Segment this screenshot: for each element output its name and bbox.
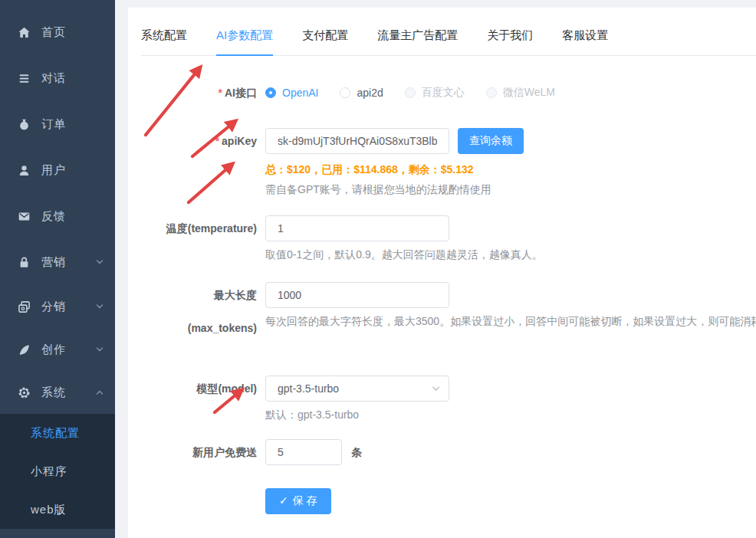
ai-params-form: *AI接口 OpenAI api2d <box>128 56 756 514</box>
sidebar-item-label: 分销 <box>41 300 95 314</box>
model-hint-text: 默认：gpt-3.5-turbo <box>265 408 756 422</box>
form-row-model: 模型(model) gpt-3.5-turbo 默认：gpt-3.5-turbo <box>134 376 756 422</box>
field-label: *apiKey <box>134 128 257 197</box>
field-label: 新用户免费送 <box>134 439 257 465</box>
apikey-note-text: 需自备GPT账号，请根据您当地的法规酌情使用 <box>265 183 756 197</box>
tab-payment-config[interactable]: 支付配置 <box>302 28 348 55</box>
balance-status-text: 总：$120，已用：$114.868，剩余：$5.132 <box>265 163 756 177</box>
radio-openai[interactable]: OpenAI <box>265 87 318 99</box>
radio-disabled-icon <box>405 87 416 98</box>
model-select-value: gpt-3.5-turbo <box>278 382 339 395</box>
chevron-down-icon <box>95 302 104 311</box>
sidebar-item-creation[interactable]: 创作 <box>0 328 115 371</box>
form-row-free-quota: 新用户免费送 条 <box>134 439 756 465</box>
radio-api2d[interactable]: api2d <box>340 87 383 99</box>
save-button[interactable]: ✓保 存 <box>265 488 331 514</box>
sidebar-item-label: 对话 <box>41 71 104 86</box>
required-mark: * <box>215 135 219 147</box>
check-icon: ✓ <box>279 494 288 507</box>
sidebar-item-feedback[interactable]: 反馈 <box>0 193 115 239</box>
field-label: *AI接口 <box>134 85 257 100</box>
main-content: 系统配置 AI参数配置 支付配置 流量主广告配置 关于我们 客服设置 *AI接口… <box>115 0 756 538</box>
field-label: 最大长度 (max_tokens) <box>134 279 257 345</box>
gear-icon <box>17 385 31 399</box>
form-row-apikey: *apiKey 查询余额 总：$120，已用：$114.868，剩余：$5.13… <box>134 128 756 197</box>
chevron-down-icon <box>95 258 104 267</box>
mail-icon <box>17 209 31 223</box>
chevron-up-icon <box>95 388 104 397</box>
form-row-temperature: 温度(temperature) 取值0-1之间，默认0.9。越大回答问题越灵活，… <box>134 215 756 262</box>
form-row-max-tokens: 最大长度 (max_tokens) 每次回答的最大字符长度，最大3500。如果设… <box>134 282 756 345</box>
model-select[interactable]: gpt-3.5-turbo <box>265 376 449 402</box>
tab-customer-service[interactable]: 客服设置 <box>562 28 608 55</box>
quota-unit-suffix: 条 <box>351 439 362 465</box>
home-icon <box>17 25 31 39</box>
chevron-down-icon <box>431 384 441 394</box>
settings-card: 系统配置 AI参数配置 支付配置 流量主广告配置 关于我们 客服设置 *AI接口… <box>128 8 756 538</box>
radio-selected-icon <box>265 87 276 98</box>
tab-about-us[interactable]: 关于我们 <box>487 28 533 55</box>
max-tokens-input[interactable] <box>265 282 449 308</box>
form-row-save: ✓保 存 <box>134 488 756 514</box>
field-label: 模型(model) <box>134 376 257 422</box>
settings-tabs: 系统配置 AI参数配置 支付配置 流量主广告配置 关于我们 客服设置 <box>141 28 756 56</box>
sidebar-item-label: 系统 <box>41 385 95 400</box>
apikey-input[interactable] <box>265 128 449 154</box>
list-icon <box>17 71 31 85</box>
chevron-down-icon <box>95 345 104 354</box>
sidebar-menu: 首页 对话 订单 用户 <box>0 0 115 529</box>
free-quota-input[interactable] <box>265 439 342 465</box>
field-label: 温度(temperature) <box>134 215 257 262</box>
sidebar-item-distribution[interactable]: 分销 <box>0 285 115 328</box>
required-mark: * <box>219 87 222 99</box>
sidebar-item-system[interactable]: 系统 <box>0 371 115 414</box>
sidebar-item-users[interactable]: 用户 <box>0 147 115 193</box>
sidebar-item-label: 反馈 <box>41 209 104 224</box>
tab-system-config[interactable]: 系统配置 <box>141 28 187 55</box>
radio-disabled-icon <box>486 87 497 98</box>
query-balance-button[interactable]: 查询余额 <box>458 128 524 154</box>
radio-wechat-welm: 微信WeLM <box>486 86 555 100</box>
pen-icon <box>17 343 31 356</box>
money-bag-icon <box>17 117 31 131</box>
sidebar-subitem-system-config[interactable]: 系统配置 <box>0 414 115 452</box>
sidebar-item-marketing[interactable]: 营销 <box>0 239 115 285</box>
sidebar-item-orders[interactable]: 订单 <box>0 101 115 147</box>
sidebar-item-label: 营销 <box>41 255 95 270</box>
sidebar-item-label: 订单 <box>41 117 104 132</box>
sidebar-item-chat[interactable]: 对话 <box>0 55 115 101</box>
user-icon <box>17 163 31 177</box>
sidebar-item-label: 首页 <box>41 25 104 40</box>
form-row-ai-interface: *AI接口 OpenAI api2d <box>134 85 756 100</box>
max-tokens-hint-text: 每次回答的最大字符长度，最大3500。如果设置过小，回答中间可能被切断，如果设置… <box>265 315 756 329</box>
sidebar-item-home[interactable]: 首页 <box>0 9 115 55</box>
sidebar-item-label: 用户 <box>41 163 104 178</box>
temperature-hint-text: 取值0-1之间，默认0.9。越大回答问题越灵活，越像真人。 <box>265 248 756 262</box>
tab-traffic-ads-config[interactable]: 流量主广告配置 <box>377 28 458 55</box>
radio-baidu-wenxin: 百度文心 <box>405 86 465 100</box>
admin-app: 首页 对话 订单 用户 <box>0 0 756 538</box>
tab-ai-params[interactable]: AI参数配置 <box>216 28 273 55</box>
sidebar-subitem-web[interactable]: web版 <box>0 490 115 529</box>
sidebar-subitem-miniprogram[interactable]: 小程序 <box>0 452 115 490</box>
sidebar: 首页 对话 订单 用户 <box>0 0 115 538</box>
lock-icon <box>17 255 31 269</box>
radio-unselected-icon <box>340 87 350 98</box>
sidebar-item-label: 创作 <box>41 343 95 357</box>
sidebar-submenu-system: 系统配置 小程序 web版 <box>0 414 115 529</box>
distribution-icon <box>17 300 31 313</box>
temperature-input[interactable] <box>265 215 449 241</box>
ai-interface-radio-group: OpenAI api2d 百度文心 <box>265 85 756 100</box>
